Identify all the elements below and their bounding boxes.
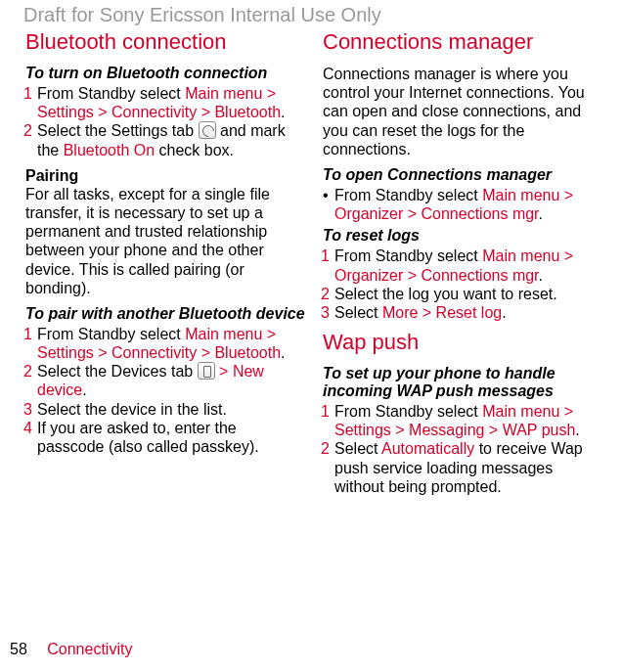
chapter-name: Connectivity: [47, 641, 132, 657]
content-columns: Bluetooth connection To turn on Bluetoot…: [10, 29, 612, 496]
step-num: 1: [23, 84, 32, 103]
step-text: Select the log you want to reset.: [334, 286, 557, 302]
page-number: 58: [10, 641, 27, 657]
step-num: 4: [23, 419, 32, 437]
step-post: .: [539, 267, 543, 284]
bullet-post: .: [539, 205, 543, 222]
step-text: Select the Settings tab: [37, 122, 199, 139]
step-2: 2 Select the Settings tab and mark the B…: [25, 121, 307, 158]
step-text: From Standby select: [334, 403, 482, 420]
step-post: .: [281, 104, 285, 120]
step-num: 2: [321, 285, 330, 303]
step-text: If you are asked to, enter the passcode …: [37, 420, 259, 455]
pairing-title: Pairing: [25, 167, 307, 185]
watermark-text: Draft for Sony Ericsson Internal Use Onl…: [23, 4, 381, 26]
cm-open-heading: To open Connections manager: [323, 166, 604, 184]
pairing-text: For all tasks, except for a single file …: [25, 185, 307, 297]
step-text: Select: [334, 304, 382, 321]
bullet-icon: •: [323, 186, 329, 204]
wap-step-1: 1 From Standby select Main menu > Settin…: [323, 402, 604, 439]
step-text: Select the device in the list.: [37, 401, 227, 418]
step-text: From Standby select: [334, 247, 482, 264]
cm-intro: Connections manager is where you control…: [323, 65, 604, 158]
step-num: 2: [321, 439, 330, 458]
step-post: .: [82, 381, 86, 398]
pair-step-2: 2 Select the Devices tab > New device.: [25, 362, 307, 399]
step-text: From Standby select: [37, 326, 185, 342]
bluetooth-title: Bluetooth connection: [25, 29, 307, 55]
bluetooth-on-text: Bluetooth On: [64, 142, 155, 158]
step-num: 1: [23, 325, 32, 343]
wap-heading: To set up your phone to handle incoming …: [323, 365, 604, 400]
step-1: 1 From Standby select Main menu > Settin…: [25, 84, 307, 121]
step-num: 1: [321, 246, 330, 265]
wrench-icon: [199, 121, 216, 139]
pair-step-4: 4 If you are asked to, enter the passcod…: [25, 419, 307, 456]
automatically-text: Automatically: [381, 440, 474, 457]
cm-open-bullet: • From Standby select Main menu > Organi…: [323, 186, 604, 223]
step-num: 3: [23, 400, 32, 419]
step-num: 1: [321, 402, 330, 421]
wap-title: Wap push: [323, 330, 604, 355]
step-num: 3: [321, 303, 330, 322]
reset-step-3: 3 Select More > Reset log.: [323, 303, 604, 322]
step-post: .: [502, 304, 506, 321]
wap-step-2: 2 Select Automatically to receive Wap pu…: [323, 439, 604, 496]
pair-step-3: 3 Select the device in the list.: [25, 400, 307, 419]
phone-icon: [198, 362, 215, 380]
step-text: Select the Devices tab: [37, 363, 198, 380]
step-post: .: [575, 422, 579, 438]
page-footer: 58 Connectivity: [10, 641, 132, 658]
step-post: .: [281, 344, 285, 361]
reset-step-2: 2 Select the log you want to reset.: [323, 285, 604, 303]
step-post: check box.: [155, 142, 234, 158]
turnon-heading: To turn on Bluetooth connection: [25, 65, 307, 82]
step-text: Select: [334, 440, 381, 457]
cm-title: Connections manager: [323, 29, 604, 55]
right-column: Connections manager Connections manager …: [323, 29, 612, 496]
bullet-pre: From Standby select: [334, 187, 482, 203]
step-num: 2: [23, 362, 32, 381]
reset-step-1: 1 From Standby select Main menu > Organi…: [323, 246, 604, 284]
step-num: 2: [23, 121, 32, 140]
left-column: Bluetooth connection To turn on Bluetoot…: [10, 29, 307, 496]
step-text: From Standby select: [37, 85, 185, 102]
cm-reset-heading: To reset logs: [323, 227, 604, 245]
pair-heading: To pair with another Bluetooth device: [25, 305, 307, 323]
pair-step-1: 1 From Standby select Main menu > Settin…: [25, 325, 307, 362]
reset-log-text: More > Reset log: [382, 304, 502, 321]
